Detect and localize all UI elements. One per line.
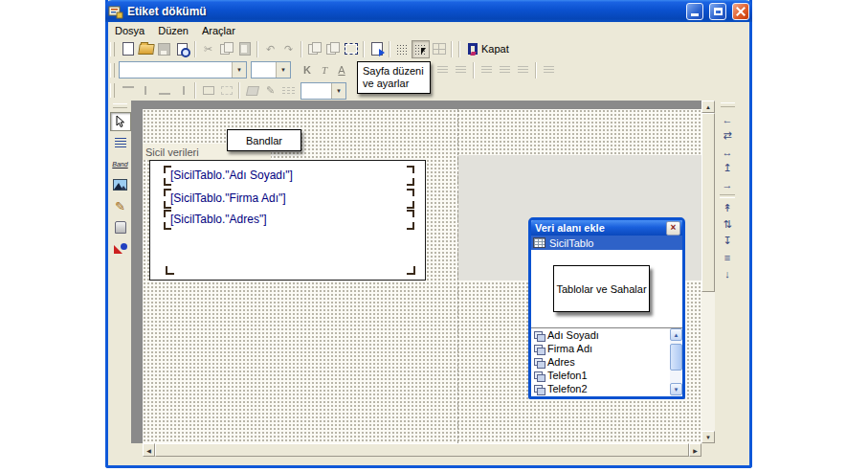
- palette-title-bar[interactable]: Veri alanı ekle ×: [531, 220, 682, 236]
- menu-duzen[interactable]: Düzen: [151, 24, 195, 37]
- text-rotate-button[interactable]: [540, 61, 558, 79]
- scroll-left-button[interactable]: ◀: [143, 443, 155, 457]
- chart-tool-button[interactable]: [110, 238, 131, 258]
- frame-top-button[interactable]: [119, 81, 137, 100]
- data-field[interactable]: [SicilTablo."Firma Adı"]: [164, 189, 414, 209]
- scroll-down-button[interactable]: ▼: [701, 431, 715, 443]
- frame-all-button[interactable]: [199, 81, 217, 100]
- toolbar-grip[interactable]: [110, 42, 115, 56]
- vertical-scroll-thumb[interactable]: [701, 113, 715, 292]
- save-button[interactable]: [155, 40, 173, 58]
- menu-dosya[interactable]: Dosya: [108, 24, 151, 37]
- frame-left-button[interactable]: [137, 81, 155, 100]
- field-list-item[interactable]: Telefon1: [531, 369, 682, 382]
- scroll-right-button[interactable]: ▶: [689, 443, 701, 457]
- group-select-button[interactable]: [342, 40, 360, 58]
- band-body[interactable]: [SicilTablo."Adı Soyadı"] [SicilTablo."F…: [149, 160, 426, 281]
- scroll-up-button[interactable]: ▲: [670, 328, 682, 341]
- font-size-combo[interactable]: ▼: [251, 61, 291, 79]
- underline-button[interactable]: A: [333, 61, 350, 79]
- line-style-button[interactable]: [279, 81, 298, 100]
- frame-bottom-button[interactable]: [155, 81, 173, 100]
- minimize-button[interactable]: [686, 3, 703, 20]
- snap-to-grid-button[interactable]: [412, 40, 430, 58]
- print-preview-button[interactable]: [173, 40, 191, 58]
- grid-button[interactable]: [393, 40, 412, 58]
- paste-button[interactable]: [235, 40, 254, 58]
- data-field[interactable]: [SicilTablo."Adı Soyadı"]: [164, 166, 414, 186]
- bring-to-front-button[interactable]: [305, 40, 323, 58]
- band-align-tool-8[interactable]: ↧: [718, 233, 737, 249]
- palette-close-button[interactable]: ×: [666, 221, 680, 236]
- menu-araclar[interactable]: Araçlar: [195, 24, 242, 37]
- align-middle-button[interactable]: [496, 61, 514, 79]
- horizontal-scrollbar[interactable]: ◀ ▶: [143, 443, 701, 457]
- indent-increase-button[interactable]: [452, 61, 470, 79]
- new-document-button[interactable]: [119, 40, 137, 58]
- band-tool-button[interactable]: Band: [110, 154, 131, 173]
- band-align-tool-7[interactable]: ⇅: [718, 216, 737, 233]
- close-icon: [736, 7, 746, 16]
- align-to-grid-button[interactable]: [430, 40, 448, 58]
- chevron-down-icon[interactable]: ▼: [232, 62, 246, 78]
- field-list-item[interactable]: Adı Soyadı: [531, 328, 682, 342]
- field-list-item[interactable]: Adres: [531, 355, 682, 369]
- copy-button[interactable]: [217, 40, 235, 58]
- scroll-thumb[interactable]: [670, 344, 682, 371]
- band-align-tool-6[interactable]: ↟: [718, 200, 737, 216]
- align-top-button[interactable]: [478, 61, 496, 79]
- toolbar-grip[interactable]: [113, 103, 127, 108]
- draw-tool-button[interactable]: ✎: [110, 196, 131, 215]
- fill-color-button[interactable]: [243, 81, 261, 100]
- bold-button[interactable]: K: [299, 61, 316, 79]
- line-color-button[interactable]: ✎: [261, 81, 279, 100]
- field-list-item[interactable]: Telefon2: [531, 382, 682, 395]
- data-field[interactable]: [SicilTablo."Adres"]: [164, 210, 414, 230]
- band-align-tool-5[interactable]: →: [718, 176, 737, 192]
- ole-object-tool-button[interactable]: [110, 217, 131, 236]
- text-object-tool-button[interactable]: [110, 133, 131, 152]
- bring-to-front-icon: [308, 44, 318, 55]
- line-width-combo[interactable]: ▼: [300, 82, 346, 100]
- band-align-tool-3[interactable]: ↔: [718, 144, 737, 160]
- scroll-up-button[interactable]: ▲: [701, 101, 715, 113]
- italic-button[interactable]: T: [316, 61, 333, 79]
- selection-handle[interactable]: [166, 266, 174, 275]
- toolbar-grip[interactable]: [721, 102, 735, 107]
- chevron-down-icon[interactable]: ▼: [276, 62, 290, 78]
- cut-button[interactable]: ✂: [199, 40, 217, 58]
- horizontal-scroll-thumb[interactable]: [155, 443, 689, 457]
- send-to-back-button[interactable]: [323, 40, 342, 58]
- band-align-tool-9[interactable]: ≡: [718, 249, 737, 265]
- indent-decrease-button[interactable]: [434, 61, 452, 79]
- kapat-button[interactable]: Kapat: [463, 40, 514, 58]
- open-button[interactable]: [137, 40, 155, 58]
- arrow-icon: ⇄: [723, 129, 731, 142]
- font-name-combo[interactable]: ▼: [119, 61, 247, 79]
- picture-tool-button[interactable]: [110, 175, 131, 194]
- undo-button[interactable]: ↶: [261, 40, 279, 58]
- band-align-tool-1[interactable]: ←: [718, 111, 737, 127]
- align-bottom-button[interactable]: [514, 61, 532, 79]
- frame-right-button[interactable]: [173, 81, 191, 100]
- selection-handle[interactable]: [407, 266, 415, 275]
- band-align-tool-4[interactable]: ↥: [718, 160, 737, 176]
- page-setup-button[interactable]: [367, 40, 386, 58]
- table-list-item-selected[interactable]: SicilTablo: [531, 236, 682, 250]
- chevron-down-icon[interactable]: ▼: [331, 83, 345, 99]
- band-align-tool-2[interactable]: ⇄: [718, 127, 737, 144]
- scroll-down-button[interactable]: ▼: [670, 383, 682, 395]
- frame-none-button[interactable]: [217, 81, 235, 100]
- toolbar-grip[interactable]: [110, 63, 115, 78]
- field-list-item[interactable]: Firma Adı: [531, 342, 682, 355]
- scroll-down-icon: ▼: [705, 435, 711, 440]
- title-bar[interactable]: Etiket dökümü: [105, 0, 752, 22]
- band-align-tool-10[interactable]: ↓: [718, 265, 737, 281]
- redo-button[interactable]: ↷: [279, 40, 298, 58]
- maximize-button[interactable]: [709, 3, 726, 20]
- select-tool-button[interactable]: [110, 112, 131, 131]
- field-list-scrollbar[interactable]: ▲ ▼: [670, 328, 682, 396]
- vertical-scrollbar[interactable]: ▲ ▼: [701, 101, 715, 443]
- toolbar-grip[interactable]: [110, 83, 115, 98]
- close-button[interactable]: [732, 3, 749, 20]
